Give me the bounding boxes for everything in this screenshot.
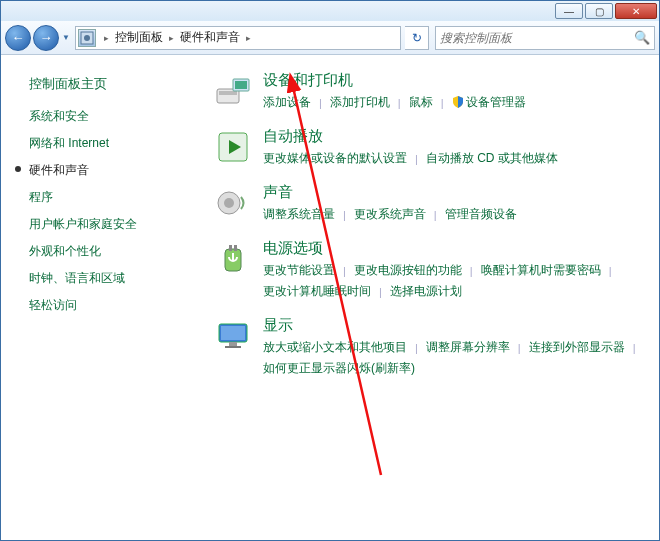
category-link[interactable]: 放大或缩小文本和其他项目 <box>263 339 407 356</box>
titlebar: — ▢ ✕ <box>1 1 659 21</box>
sidebar-item[interactable]: 网络和 Internet <box>11 130 201 157</box>
category-link[interactable]: 添加设备 <box>263 94 311 111</box>
svg-rect-15 <box>229 342 237 346</box>
control-panel-icon <box>78 29 96 47</box>
display-icon <box>213 316 253 356</box>
search-icon[interactable]: 🔍 <box>634 30 650 45</box>
svg-point-1 <box>84 35 90 41</box>
sound-icon <box>213 183 253 223</box>
category-title[interactable]: 自动播放 <box>263 127 647 146</box>
link-separator: | <box>633 342 636 354</box>
category-link[interactable]: 唤醒计算机时需要密码 <box>481 262 601 279</box>
window: — ▢ ✕ ← → ▼ ▸ 控制面板 ▸ 硬件和声音 ▸ ↻ 🔍 控制面板主页 … <box>0 0 660 541</box>
category-body: 设备和打印机添加设备|添加打印机|鼠标|设备管理器 <box>263 71 647 111</box>
maximize-button[interactable]: ▢ <box>585 3 613 19</box>
sidebar-home-link[interactable]: 控制面板主页 <box>11 71 201 103</box>
category-link[interactable]: 调整系统音量 <box>263 206 335 223</box>
devices-icon <box>213 71 253 111</box>
autoplay-icon <box>213 127 253 167</box>
category-link[interactable]: 如何更正显示器闪烁(刷新率) <box>263 360 415 377</box>
svg-point-9 <box>224 198 234 208</box>
history-dropdown[interactable]: ▼ <box>61 26 71 50</box>
link-separator: | <box>441 97 444 109</box>
breadcrumb-separator: ▸ <box>100 33 113 43</box>
category-link[interactable]: 连接到外部显示器 <box>529 339 625 356</box>
category-title[interactable]: 电源选项 <box>263 239 647 258</box>
breadcrumb-control-panel[interactable]: 控制面板 <box>113 29 165 46</box>
link-separator: | <box>319 97 322 109</box>
sidebar-item[interactable]: 用户帐户和家庭安全 <box>11 211 201 238</box>
category-body: 显示放大或缩小文本和其他项目|调整屏幕分辨率|连接到外部显示器|如何更正显示器闪… <box>263 316 647 377</box>
search-box[interactable]: 🔍 <box>435 26 655 50</box>
sidebar-item[interactable]: 硬件和声音 <box>11 157 201 184</box>
link-separator: | <box>343 265 346 277</box>
category-body: 自动播放更改媒体或设备的默认设置|自动播放 CD 或其他媒体 <box>263 127 647 167</box>
close-button[interactable]: ✕ <box>615 3 657 19</box>
category-links: 调整系统音量|更改系统声音|管理音频设备 <box>263 206 647 223</box>
sidebar-item[interactable]: 轻松访问 <box>11 292 201 319</box>
category-link[interactable]: 选择电源计划 <box>390 283 462 300</box>
category-link[interactable]: 添加打印机 <box>330 94 390 111</box>
breadcrumb-separator: ▸ <box>165 33 178 43</box>
category-link[interactable]: 更改系统声音 <box>354 206 426 223</box>
link-separator: | <box>470 265 473 277</box>
breadcrumb-separator: ▸ <box>242 33 255 43</box>
link-separator: | <box>379 286 382 298</box>
breadcrumb-hardware-sound[interactable]: 硬件和声音 <box>178 29 242 46</box>
category-body: 电源选项更改节能设置|更改电源按钮的功能|唤醒计算机时需要密码|更改计算机睡眠时… <box>263 239 647 300</box>
category-link[interactable]: 设备管理器 <box>452 94 526 111</box>
category-link[interactable]: 更改计算机睡眠时间 <box>263 283 371 300</box>
category-title[interactable]: 设备和打印机 <box>263 71 647 90</box>
body: 控制面板主页 系统和安全网络和 Internet硬件和声音程序用户帐户和家庭安全… <box>1 55 659 540</box>
category-link[interactable]: 鼠标 <box>409 94 433 111</box>
category-link[interactable]: 更改节能设置 <box>263 262 335 279</box>
category: 电源选项更改节能设置|更改电源按钮的功能|唤醒计算机时需要密码|更改计算机睡眠时… <box>213 239 647 300</box>
link-separator: | <box>343 209 346 221</box>
sidebar-item[interactable]: 时钟、语言和区域 <box>11 265 201 292</box>
power-icon <box>213 239 253 279</box>
svg-rect-3 <box>219 91 237 95</box>
svg-rect-16 <box>225 346 241 348</box>
category: 显示放大或缩小文本和其他项目|调整屏幕分辨率|连接到外部显示器|如何更正显示器闪… <box>213 316 647 377</box>
category: 自动播放更改媒体或设备的默认设置|自动播放 CD 或其他媒体 <box>213 127 647 167</box>
link-separator: | <box>609 265 612 277</box>
category-link[interactable]: 管理音频设备 <box>445 206 517 223</box>
category-body: 声音调整系统音量|更改系统声音|管理音频设备 <box>263 183 647 223</box>
category-title[interactable]: 显示 <box>263 316 647 335</box>
sidebar-item[interactable]: 外观和个性化 <box>11 238 201 265</box>
category: 声音调整系统音量|更改系统声音|管理音频设备 <box>213 183 647 223</box>
main-content: 设备和打印机添加设备|添加打印机|鼠标|设备管理器自动播放更改媒体或设备的默认设… <box>201 55 659 540</box>
category-links: 添加设备|添加打印机|鼠标|设备管理器 <box>263 94 647 111</box>
category-link[interactable]: 更改媒体或设备的默认设置 <box>263 150 407 167</box>
sidebar-item[interactable]: 系统和安全 <box>11 103 201 130</box>
link-separator: | <box>398 97 401 109</box>
category-links: 放大或缩小文本和其他项目|调整屏幕分辨率|连接到外部显示器|如何更正显示器闪烁(… <box>263 339 647 377</box>
search-input[interactable] <box>440 31 634 45</box>
forward-button[interactable]: → <box>33 25 59 51</box>
sidebar: 控制面板主页 系统和安全网络和 Internet硬件和声音程序用户帐户和家庭安全… <box>1 55 201 540</box>
svg-rect-12 <box>234 245 237 251</box>
svg-rect-14 <box>221 326 245 340</box>
navbar: ← → ▼ ▸ 控制面板 ▸ 硬件和声音 ▸ ↻ 🔍 <box>1 21 659 55</box>
category-link[interactable]: 调整屏幕分辨率 <box>426 339 510 356</box>
address-bar[interactable]: ▸ 控制面板 ▸ 硬件和声音 ▸ <box>75 26 401 50</box>
link-separator: | <box>518 342 521 354</box>
minimize-button[interactable]: — <box>555 3 583 19</box>
category-link[interactable]: 更改电源按钮的功能 <box>354 262 462 279</box>
category-links: 更改节能设置|更改电源按钮的功能|唤醒计算机时需要密码|更改计算机睡眠时间|选择… <box>263 262 647 300</box>
svg-rect-11 <box>229 245 232 251</box>
sidebar-item[interactable]: 程序 <box>11 184 201 211</box>
category-links: 更改媒体或设备的默认设置|自动播放 CD 或其他媒体 <box>263 150 647 167</box>
category-link[interactable]: 自动播放 CD 或其他媒体 <box>426 150 558 167</box>
category-title[interactable]: 声音 <box>263 183 647 202</box>
link-separator: | <box>434 209 437 221</box>
link-separator: | <box>415 342 418 354</box>
refresh-button[interactable]: ↻ <box>405 26 429 50</box>
link-separator: | <box>415 153 418 165</box>
svg-rect-5 <box>235 81 247 89</box>
category: 设备和打印机添加设备|添加打印机|鼠标|设备管理器 <box>213 71 647 111</box>
back-button[interactable]: ← <box>5 25 31 51</box>
